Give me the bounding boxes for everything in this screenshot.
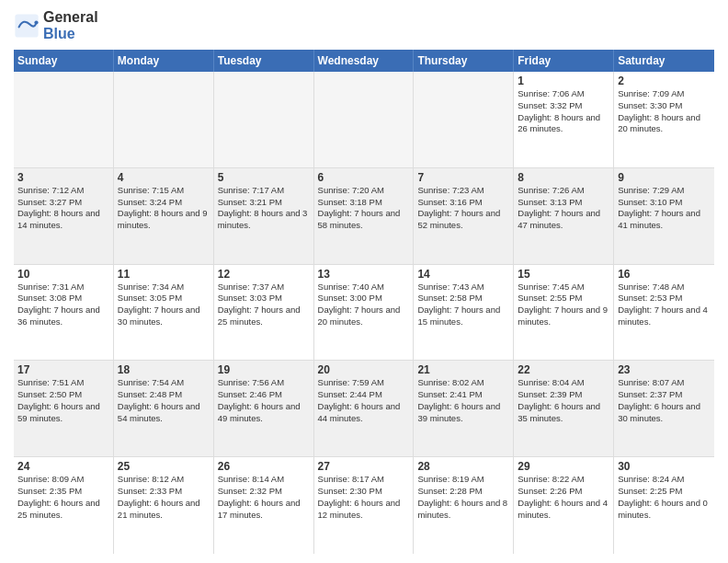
cell-info: Sunrise: 8:19 AM Sunset: 2:28 PM Dayligh… — [417, 474, 509, 521]
day-number: 17 — [17, 363, 109, 376]
day-number: 21 — [417, 363, 509, 376]
calendar-cell-1-6: 9Sunrise: 7:29 AM Sunset: 3:10 PM Daylig… — [614, 168, 714, 264]
day-number: 8 — [518, 171, 609, 184]
day-number: 6 — [318, 171, 410, 184]
calendar: SundayMondayTuesdayWednesdayThursdayFrid… — [14, 50, 714, 554]
day-number: 12 — [218, 268, 310, 281]
header-day-sunday: Sunday — [14, 50, 114, 72]
calendar-cell-0-2 — [214, 72, 314, 167]
calendar-cell-0-5: 1Sunrise: 7:06 AM Sunset: 3:32 PM Daylig… — [514, 72, 614, 167]
calendar-cell-0-4 — [414, 72, 514, 167]
cell-info: Sunrise: 8:04 AM Sunset: 2:39 PM Dayligh… — [518, 377, 609, 424]
calendar-cell-4-4: 28Sunrise: 8:19 AM Sunset: 2:28 PM Dayli… — [414, 457, 514, 554]
calendar-cell-2-1: 11Sunrise: 7:34 AM Sunset: 3:05 PM Dayli… — [114, 265, 214, 361]
cell-info: Sunrise: 7:09 AM Sunset: 3:30 PM Dayligh… — [618, 88, 711, 135]
cell-info: Sunrise: 7:15 AM Sunset: 3:24 PM Dayligh… — [118, 185, 210, 232]
cell-info: Sunrise: 7:45 AM Sunset: 2:55 PM Dayligh… — [518, 282, 609, 328]
calendar-cell-4-0: 24Sunrise: 8:09 AM Sunset: 2:35 PM Dayli… — [14, 457, 114, 554]
calendar-cell-3-3: 20Sunrise: 7:59 AM Sunset: 2:44 PM Dayli… — [314, 361, 415, 456]
day-number: 22 — [518, 363, 609, 376]
calendar-cell-3-5: 22Sunrise: 8:04 AM Sunset: 2:39 PM Dayli… — [514, 361, 614, 456]
day-number: 18 — [118, 363, 210, 376]
calendar-cell-0-0 — [14, 72, 114, 167]
calendar-row-2: 10Sunrise: 7:31 AM Sunset: 3:08 PM Dayli… — [14, 265, 714, 362]
calendar-cell-3-1: 18Sunrise: 7:54 AM Sunset: 2:48 PM Dayli… — [114, 361, 214, 456]
cell-info: Sunrise: 7:17 AM Sunset: 3:21 PM Dayligh… — [218, 185, 310, 232]
header-day-tuesday: Tuesday — [214, 50, 314, 72]
cell-info: Sunrise: 8:24 AM Sunset: 2:25 PM Dayligh… — [618, 474, 711, 521]
logo-text: General Blue — [43, 9, 98, 42]
calendar-header: SundayMondayTuesdayWednesdayThursdayFrid… — [14, 50, 714, 72]
calendar-cell-4-3: 27Sunrise: 8:17 AM Sunset: 2:30 PM Dayli… — [314, 457, 415, 554]
cell-info: Sunrise: 7:56 AM Sunset: 2:46 PM Dayligh… — [218, 377, 310, 424]
day-number: 27 — [318, 460, 410, 473]
cell-info: Sunrise: 7:54 AM Sunset: 2:48 PM Dayligh… — [118, 377, 210, 424]
day-number: 16 — [618, 268, 711, 281]
cell-info: Sunrise: 8:17 AM Sunset: 2:30 PM Dayligh… — [318, 474, 410, 521]
calendar-cell-1-3: 6Sunrise: 7:20 AM Sunset: 3:18 PM Daylig… — [314, 168, 415, 264]
cell-info: Sunrise: 8:14 AM Sunset: 2:32 PM Dayligh… — [218, 474, 310, 521]
calendar-cell-2-2: 12Sunrise: 7:37 AM Sunset: 3:03 PM Dayli… — [214, 265, 314, 361]
day-number: 13 — [318, 268, 410, 281]
day-number: 3 — [17, 171, 109, 184]
cell-info: Sunrise: 7:40 AM Sunset: 3:00 PM Dayligh… — [318, 282, 410, 328]
cell-info: Sunrise: 7:51 AM Sunset: 2:50 PM Dayligh… — [17, 377, 109, 424]
day-number: 20 — [318, 363, 410, 376]
calendar-cell-1-5: 8Sunrise: 7:26 AM Sunset: 3:13 PM Daylig… — [514, 168, 614, 264]
cell-info: Sunrise: 7:43 AM Sunset: 2:58 PM Dayligh… — [417, 282, 509, 328]
cell-info: Sunrise: 7:29 AM Sunset: 3:10 PM Dayligh… — [618, 185, 711, 232]
day-number: 30 — [618, 460, 711, 473]
day-number: 7 — [417, 171, 509, 184]
cell-info: Sunrise: 8:12 AM Sunset: 2:33 PM Dayligh… — [118, 474, 210, 521]
calendar-row-0: 1Sunrise: 7:06 AM Sunset: 3:32 PM Daylig… — [14, 72, 714, 168]
day-number: 29 — [518, 460, 609, 473]
calendar-cell-2-0: 10Sunrise: 7:31 AM Sunset: 3:08 PM Dayli… — [14, 265, 114, 361]
cell-info: Sunrise: 7:48 AM Sunset: 2:53 PM Dayligh… — [618, 282, 711, 328]
calendar-cell-4-2: 26Sunrise: 8:14 AM Sunset: 2:32 PM Dayli… — [214, 457, 314, 554]
calendar-cell-4-1: 25Sunrise: 8:12 AM Sunset: 2:33 PM Dayli… — [114, 457, 214, 554]
day-number: 1 — [518, 75, 609, 87]
header-day-wednesday: Wednesday — [314, 50, 415, 72]
calendar-cell-0-1 — [114, 72, 214, 167]
cell-info: Sunrise: 7:26 AM Sunset: 3:13 PM Dayligh… — [518, 185, 609, 232]
calendar-cell-2-3: 13Sunrise: 7:40 AM Sunset: 3:00 PM Dayli… — [314, 265, 415, 361]
day-number: 10 — [17, 268, 109, 281]
day-number: 15 — [518, 268, 609, 281]
cell-info: Sunrise: 8:09 AM Sunset: 2:35 PM Dayligh… — [17, 474, 109, 521]
calendar-cell-3-4: 21Sunrise: 8:02 AM Sunset: 2:41 PM Dayli… — [414, 361, 514, 456]
day-number: 28 — [417, 460, 509, 473]
cell-info: Sunrise: 7:20 AM Sunset: 3:18 PM Dayligh… — [318, 185, 410, 232]
day-number: 19 — [218, 363, 310, 376]
cell-info: Sunrise: 7:59 AM Sunset: 2:44 PM Dayligh… — [318, 377, 410, 424]
calendar-cell-4-6: 30Sunrise: 8:24 AM Sunset: 2:25 PM Dayli… — [614, 457, 714, 554]
calendar-cell-0-6: 2Sunrise: 7:09 AM Sunset: 3:30 PM Daylig… — [614, 72, 714, 167]
header-day-friday: Friday — [514, 50, 614, 72]
calendar-row-1: 3Sunrise: 7:12 AM Sunset: 3:27 PM Daylig… — [14, 168, 714, 265]
day-number: 9 — [618, 171, 711, 184]
header-day-saturday: Saturday — [614, 50, 714, 72]
calendar-cell-3-6: 23Sunrise: 8:07 AM Sunset: 2:37 PM Dayli… — [614, 361, 714, 456]
calendar-cell-0-3 — [314, 72, 415, 167]
cell-info: Sunrise: 7:34 AM Sunset: 3:05 PM Dayligh… — [118, 282, 210, 328]
calendar-row-4: 24Sunrise: 8:09 AM Sunset: 2:35 PM Dayli… — [14, 457, 714, 554]
calendar-cell-3-0: 17Sunrise: 7:51 AM Sunset: 2:50 PM Dayli… — [14, 361, 114, 456]
header: General Blue — [14, 9, 714, 42]
calendar-cell-3-2: 19Sunrise: 7:56 AM Sunset: 2:46 PM Dayli… — [214, 361, 314, 456]
cell-info: Sunrise: 8:22 AM Sunset: 2:26 PM Dayligh… — [518, 474, 609, 521]
day-number: 24 — [17, 460, 109, 473]
day-number: 26 — [218, 460, 310, 473]
day-number: 14 — [417, 268, 509, 281]
day-number: 4 — [118, 171, 210, 184]
calendar-cell-1-2: 5Sunrise: 7:17 AM Sunset: 3:21 PM Daylig… — [214, 168, 314, 264]
calendar-cell-2-4: 14Sunrise: 7:43 AM Sunset: 2:58 PM Dayli… — [414, 265, 514, 361]
cell-info: Sunrise: 7:23 AM Sunset: 3:16 PM Dayligh… — [417, 185, 509, 232]
day-number: 2 — [618, 75, 711, 87]
calendar-cell-1-0: 3Sunrise: 7:12 AM Sunset: 3:27 PM Daylig… — [14, 168, 114, 264]
day-number: 11 — [118, 268, 210, 281]
cell-info: Sunrise: 7:37 AM Sunset: 3:03 PM Dayligh… — [218, 282, 310, 328]
calendar-cell-1-1: 4Sunrise: 7:15 AM Sunset: 3:24 PM Daylig… — [114, 168, 214, 264]
calendar-cell-2-6: 16Sunrise: 7:48 AM Sunset: 2:53 PM Dayli… — [614, 265, 714, 361]
calendar-row-3: 17Sunrise: 7:51 AM Sunset: 2:50 PM Dayli… — [14, 361, 714, 457]
cell-info: Sunrise: 8:02 AM Sunset: 2:41 PM Dayligh… — [417, 377, 509, 424]
calendar-cell-1-4: 7Sunrise: 7:23 AM Sunset: 3:16 PM Daylig… — [414, 168, 514, 264]
